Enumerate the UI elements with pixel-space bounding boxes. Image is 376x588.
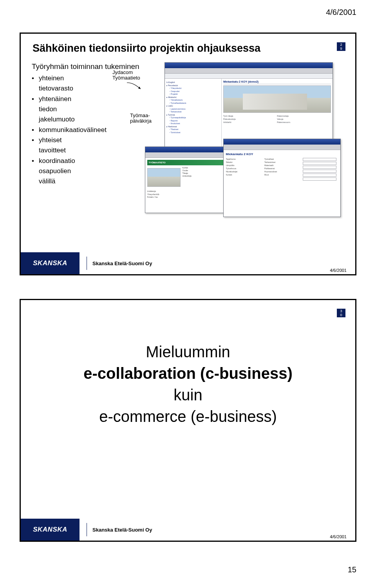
slide1-content: Työryhmän toiminnan tukeminen yhteinen t… bbox=[21, 58, 355, 227]
footer-date: 4/6/2001 bbox=[330, 268, 347, 273]
bullet-item: kommunikaatiovälineet bbox=[32, 125, 87, 135]
slide1-subtitle: Työryhmän toiminnan tukeminen bbox=[32, 62, 164, 71]
slide-footer: SKANSKA Skanska Etelä-Suomi Oy 4/6/2001 bbox=[21, 252, 355, 274]
screenshot-browser-3: Miekankatu 2 KOY TapahtumaSääolotLämpöti… bbox=[223, 139, 341, 217]
address-bar bbox=[165, 74, 333, 79]
slide2-line3: kuin bbox=[21, 386, 355, 404]
slide-1: 2 9 Sähköinen tiedonsiirto projektin ohj… bbox=[20, 33, 356, 275]
titlebar bbox=[165, 63, 333, 68]
label-tyomaa-l2: päiväkirja bbox=[130, 118, 152, 124]
titlebar bbox=[224, 139, 340, 145]
slide1-title: Sähköinen tiedonsiirto projektin ohjauks… bbox=[21, 34, 355, 58]
slide-num-bottom: 0 bbox=[337, 313, 345, 317]
slide-footer: SKANSKA Skanska Etelä-Suomi Oy 4/6/2001 bbox=[21, 519, 355, 541]
footer-separator bbox=[87, 257, 87, 270]
footer-company: Skanska Etelä-Suomi Oy bbox=[92, 527, 152, 533]
slide2-content: Mieluummin e-collaboration (c-business) … bbox=[21, 300, 355, 425]
footer-date: 4/6/2001 bbox=[330, 534, 347, 539]
bullet-item: yhteiset tavoitteet bbox=[32, 135, 87, 156]
footer-blue-block: SKANSKA bbox=[21, 519, 80, 541]
slide-number-box: 3 0 bbox=[337, 309, 345, 317]
screenshot-main-header: Miekankatu 2 KOY (demo2) bbox=[223, 80, 331, 84]
slide2-line4: e-commerce (e-business) bbox=[21, 408, 355, 425]
skanska-logo: SKANSKA bbox=[33, 526, 67, 534]
screenshots-area: In English ▸ Perustiedot ▫ Yhteystiedot … bbox=[164, 62, 347, 227]
screenshot3-header: Miekankatu 2 KOY bbox=[226, 152, 338, 156]
slide-num-top: 2 bbox=[337, 43, 345, 47]
label-jydacom-l2: Työmaatieto bbox=[112, 75, 140, 81]
label-tyomaapaivakirja: Työmaa- päiväkirja bbox=[130, 113, 152, 124]
slide-2: 3 0 Mieluummin e-collaboration (c-busine… bbox=[20, 299, 356, 542]
bullet-item: yhteinen tietovarasto bbox=[32, 73, 87, 94]
toolbar bbox=[165, 68, 333, 74]
thumb-photo bbox=[147, 168, 181, 187]
label-jydacom-l1: Jydacom bbox=[112, 69, 133, 75]
slide2-line1: Mieluummin bbox=[21, 343, 355, 361]
page-header-date: 4/6/2001 bbox=[0, 0, 376, 21]
toolbar bbox=[224, 145, 340, 150]
footer-separator bbox=[87, 523, 87, 536]
bullet-item: yhtenäinen tiedon jakelumuoto bbox=[32, 94, 87, 125]
skanska-logo: SKANSKA bbox=[33, 259, 67, 267]
page-number: 15 bbox=[0, 565, 376, 582]
bullet-item: koordinaatio osapuolien välillä bbox=[32, 156, 87, 187]
footer-blue-block: SKANSKA bbox=[21, 252, 80, 274]
label-jydacom: Jydacom Työmaatieto bbox=[112, 70, 140, 81]
label-tyomaa-l1: Työmaa- bbox=[130, 112, 150, 118]
arrow-icon bbox=[125, 82, 145, 91]
slide2-line2: e-collaboration (c-business) bbox=[21, 365, 355, 382]
slide-number-box: 2 9 bbox=[337, 42, 345, 51]
building-photo bbox=[223, 85, 331, 113]
body: Miekankatu 2 KOY TapahtumaSääolotLämpöti… bbox=[224, 150, 340, 217]
slide-num-top: 3 bbox=[337, 309, 345, 313]
slide-num-bottom: 9 bbox=[337, 47, 345, 51]
slide1-bullets: yhteinen tietovarasto yhtenäinen tiedon … bbox=[32, 73, 87, 187]
footer-company: Skanska Etelä-Suomi Oy bbox=[92, 261, 152, 266]
